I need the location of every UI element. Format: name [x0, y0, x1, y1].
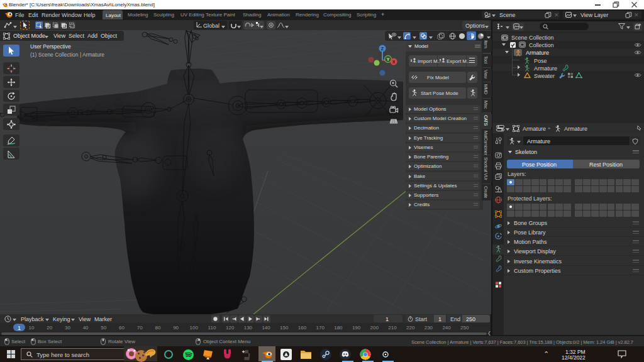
svg-text:X: X	[392, 60, 396, 64]
svg-text:Z: Z	[381, 47, 384, 51]
svg-text:Y: Y	[387, 57, 390, 62]
